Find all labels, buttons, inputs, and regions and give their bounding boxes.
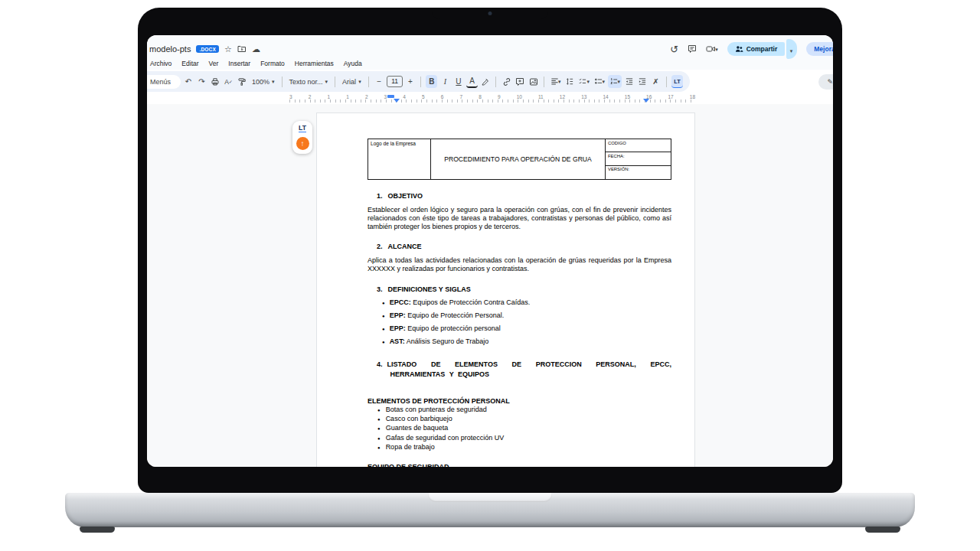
chevron-down-icon: ▾ bbox=[558, 79, 561, 85]
list-item: ●EPP: Equipo de protección personal bbox=[382, 324, 671, 332]
table-cell-fecha: FECHA: bbox=[606, 152, 671, 165]
languagetool-extension-button[interactable]: LT bbox=[671, 75, 683, 88]
list-item: ●EPCC: Equipos de Protección Contra Caíd… bbox=[382, 298, 671, 306]
ruler-ticks bbox=[289, 99, 695, 103]
menu-editar[interactable]: Editar bbox=[181, 60, 198, 67]
checklist-button[interactable]: ▾ bbox=[577, 75, 591, 88]
languagetool-premium-button[interactable]: ↑ bbox=[296, 137, 309, 150]
decrease-indent-button[interactable] bbox=[623, 75, 635, 88]
chevron-down-icon: ▾ bbox=[358, 79, 361, 85]
section-number: 3. bbox=[377, 285, 383, 293]
paragraph-style-select[interactable]: Texto nor... ▾ bbox=[287, 78, 331, 86]
increase-indent-button[interactable] bbox=[637, 75, 648, 88]
languagetool-widget[interactable]: LT ↑ bbox=[292, 121, 312, 154]
align-button[interactable]: ▾ bbox=[549, 75, 562, 88]
laptop-base bbox=[65, 493, 915, 527]
font-select[interactable]: Arial ▾ bbox=[340, 78, 364, 86]
share-button-group: Compartir ▾ bbox=[727, 39, 798, 59]
menus-search-button[interactable]: Menús bbox=[147, 75, 181, 89]
ruler-number: 15 bbox=[625, 94, 630, 99]
underline-button[interactable]: U bbox=[452, 75, 464, 88]
bullet-icon: ● bbox=[382, 340, 385, 344]
insert-image-button[interactable] bbox=[528, 75, 539, 88]
webcam-icon bbox=[488, 11, 492, 15]
section-title-line2: HERRAMIENTAS Y EQUIPOS bbox=[390, 370, 671, 380]
zoom-value: 100% bbox=[252, 78, 270, 86]
bulleted-list-button[interactable]: ▾ bbox=[593, 75, 606, 88]
increase-font-size-button[interactable]: + bbox=[404, 75, 416, 88]
section-title: DEFINICIONES Y SIGLAS bbox=[388, 285, 471, 293]
bullet-icon: ● bbox=[382, 314, 385, 318]
insert-link-button[interactable] bbox=[501, 75, 512, 88]
section-1-heading: 1. OBJETIVO bbox=[377, 192, 671, 200]
editing-mode-button[interactable]: ✎ Edi bbox=[818, 74, 833, 90]
right-indent-marker[interactable] bbox=[643, 99, 649, 103]
bullet-icon: ● bbox=[377, 425, 381, 433]
ruler-number: 1 bbox=[346, 94, 349, 99]
section-3-heading: 3. DEFINICIONES Y SIGLAS bbox=[377, 285, 671, 293]
italic-button[interactable]: I bbox=[439, 75, 451, 88]
zoom-select[interactable]: 100% ▾ bbox=[250, 78, 277, 86]
ruler[interactable]: 3 2 1 1 2 3 4 5 6 7 8 9 10 11 12 13 14 bbox=[147, 93, 833, 104]
languagetool-logo: LT bbox=[299, 125, 306, 132]
list-item: ●Gafas de seguridad con protección UV bbox=[377, 434, 671, 443]
menu-formato[interactable]: Formato bbox=[260, 60, 285, 67]
move-folder-icon[interactable] bbox=[237, 44, 247, 54]
text-color-button[interactable]: A bbox=[466, 75, 478, 88]
numbered-list-button[interactable]: ▾ bbox=[608, 75, 622, 88]
first-line-indent-marker[interactable] bbox=[387, 95, 394, 98]
improve-button[interactable]: Mejorar bbox=[806, 42, 833, 56]
share-button[interactable]: Compartir bbox=[727, 42, 786, 56]
chevron-down-icon: ▾ bbox=[790, 48, 793, 54]
ruler-number: 7 bbox=[459, 94, 462, 99]
definitions-list: ●EPCC: Equipos de Protección Contra Caíd… bbox=[368, 298, 671, 345]
highlight-color-button[interactable] bbox=[479, 75, 491, 88]
document-title[interactable]: modelo-pts bbox=[149, 44, 191, 54]
font-size-input[interactable]: 11 bbox=[387, 76, 403, 87]
section-title: OBJETIVO bbox=[388, 192, 423, 200]
menu-ver[interactable]: Ver bbox=[209, 60, 219, 67]
laptop-display: modelo-pts .DOCX ☆ ☁ ↺ bbox=[147, 35, 833, 467]
section-title-line1: LISTADO DE ELEMENTOS DE PROTECCION PERSO… bbox=[387, 360, 671, 370]
document-page[interactable]: Logo de la Empresa PROCEDIMIENTO PARA OP… bbox=[316, 112, 695, 467]
toolbar-row: Menús ↶ ↷ A✓ 100% bbox=[147, 71, 833, 92]
share-button-label: Compartir bbox=[746, 45, 778, 53]
comments-icon[interactable] bbox=[688, 44, 697, 54]
document-canvas: LT ↑ Logo de la Empresa PROCEDIMIENTO PA… bbox=[147, 104, 833, 467]
print-button[interactable] bbox=[210, 75, 221, 88]
redo-button[interactable]: ↷ bbox=[196, 75, 207, 88]
line-spacing-button[interactable] bbox=[564, 75, 575, 88]
menu-insertar[interactable]: Insertar bbox=[228, 60, 250, 67]
ruler-number: 13 bbox=[581, 94, 586, 99]
style-value: Texto nor... bbox=[289, 78, 323, 86]
section-number: 1. bbox=[377, 192, 383, 200]
ruler-number: 17 bbox=[668, 94, 673, 99]
add-comment-button[interactable] bbox=[514, 75, 526, 88]
bold-button[interactable]: B bbox=[426, 75, 437, 88]
spellcheck-button[interactable]: A✓ bbox=[223, 75, 234, 88]
version-history-icon[interactable]: ↺ bbox=[670, 44, 678, 54]
cloud-status-icon[interactable]: ☁ bbox=[252, 45, 260, 54]
bullet-icon: ● bbox=[377, 444, 381, 452]
star-icon[interactable]: ☆ bbox=[224, 45, 232, 54]
paint-format-button[interactable] bbox=[237, 75, 248, 88]
share-dropdown-button[interactable]: ▾ bbox=[786, 39, 798, 59]
toolbar-divider bbox=[282, 77, 283, 87]
left-indent-marker[interactable] bbox=[394, 99, 400, 103]
font-value: Arial bbox=[342, 78, 356, 86]
toolbar-divider bbox=[544, 77, 544, 87]
toolbar: Menús ↶ ↷ A✓ 100% bbox=[147, 71, 690, 92]
docx-badge: .DOCX bbox=[196, 45, 219, 53]
ruler-number: 1 bbox=[327, 94, 330, 99]
toolbar-divider bbox=[666, 77, 667, 87]
ruler-number: 11 bbox=[538, 94, 544, 99]
clear-formatting-button[interactable]: ✗ bbox=[650, 75, 662, 88]
menu-archivo[interactable]: Archivo bbox=[150, 60, 172, 67]
menu-ayuda[interactable]: Ayuda bbox=[344, 60, 362, 67]
laptop-lid-groove bbox=[428, 493, 552, 502]
decrease-font-size-button[interactable]: − bbox=[374, 75, 385, 88]
list-item: ●Guantes de baqueta bbox=[377, 424, 671, 433]
menu-herramientas[interactable]: Herramientas bbox=[295, 60, 334, 67]
video-call-icon[interactable]: ▾ bbox=[706, 44, 718, 54]
undo-button[interactable]: ↶ bbox=[183, 75, 194, 88]
